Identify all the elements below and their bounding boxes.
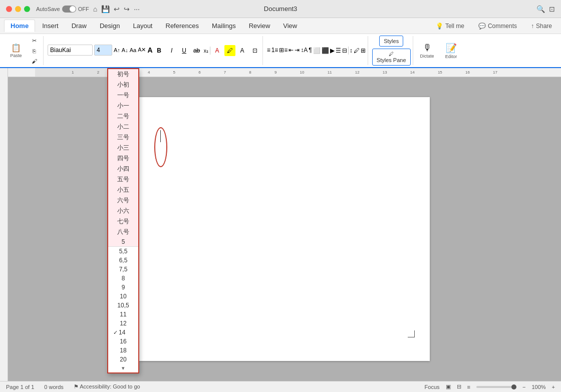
size-20[interactable]: 20 [108, 355, 138, 364]
highlight-button[interactable]: 🖊 [224, 45, 235, 56]
increase-indent-button[interactable]: ⇥ [295, 47, 300, 54]
view-mode-web[interactable]: ⊟ [457, 383, 461, 390]
size-sihao[interactable]: 四号 [108, 153, 138, 164]
font-size-increase-icon[interactable]: A↑ [114, 47, 120, 53]
size-8[interactable]: 8 [108, 274, 138, 283]
undo-icon[interactable]: ↩ [114, 5, 120, 13]
redo-icon[interactable]: ↪ [124, 5, 130, 13]
size-erhao[interactable]: 二号 [108, 111, 138, 122]
view-mode-outline[interactable]: ≡ [467, 384, 470, 390]
tab-review[interactable]: Review [243, 20, 276, 32]
size-6-5[interactable]: 6,5 [108, 256, 138, 265]
size-5-5[interactable]: 5,5 [108, 247, 138, 256]
multilevel-list-button[interactable]: ⊞≡ [279, 47, 288, 54]
save-icon[interactable]: 💾 [101, 5, 110, 13]
styles-pane-button[interactable]: 🖊 Styles Pane [372, 49, 411, 66]
italic-button[interactable]: I [166, 45, 177, 56]
size-liuhao[interactable]: 六号 [108, 195, 138, 206]
size-more[interactable]: ▾ [108, 364, 138, 372]
window-icon[interactable]: ⊡ [549, 5, 555, 13]
tab-draw[interactable]: Draw [66, 20, 93, 32]
editor-button[interactable]: 📝 Editor [441, 41, 461, 61]
tab-references[interactable]: References [160, 20, 205, 32]
zoom-in-button[interactable]: + [552, 384, 555, 390]
size-xiao-liu[interactable]: 小六 [108, 206, 138, 216]
size-xiao-chu[interactable]: 小初 [108, 80, 138, 90]
size-16[interactable]: 16 [108, 337, 138, 346]
bold-button[interactable]: B [154, 45, 165, 56]
numbering-button[interactable]: 1≡ [271, 47, 278, 54]
tab-home[interactable]: Home [4, 20, 35, 32]
clear-format-icon[interactable]: A✕ [138, 47, 146, 53]
zoom-slider[interactable] [476, 386, 516, 388]
document-page[interactable] [139, 97, 430, 361]
text-case-icon[interactable]: Aa [130, 47, 136, 53]
size-12[interactable]: 12 [108, 319, 138, 328]
font-size-input[interactable] [94, 45, 112, 56]
tab-insert[interactable]: Insert [36, 20, 65, 32]
align-left-button[interactable]: ⬜ [313, 47, 321, 54]
paste-button[interactable]: 📋 Paste [6, 42, 26, 60]
tell-me-button[interactable]: 💡 Tell me [431, 21, 469, 32]
maximize-button[interactable] [24, 6, 30, 12]
text-effects-icon[interactable]: A [148, 46, 153, 54]
columns-button[interactable]: ⊟ [342, 47, 347, 54]
underline-button[interactable]: U [179, 45, 190, 56]
size-7-5[interactable]: 7,5 [108, 265, 138, 274]
dictate-button[interactable]: 🎙 Dictate [417, 41, 437, 60]
size-11[interactable]: 11 [108, 310, 138, 319]
text-color-button[interactable]: A [237, 45, 248, 56]
size-xiao-san[interactable]: 小三 [108, 143, 138, 153]
minimize-button[interactable] [15, 6, 21, 12]
focus-button[interactable]: Focus [425, 384, 440, 390]
align-right-button[interactable]: ▶ [330, 47, 335, 54]
view-mode-print[interactable]: ▣ [446, 383, 451, 390]
shading-button[interactable]: 🖊 [354, 47, 360, 54]
comments-button[interactable]: 💬 Comments [473, 21, 522, 32]
size-18[interactable]: 18 [108, 346, 138, 355]
size-14[interactable]: 14 [108, 328, 138, 337]
font-color-button[interactable]: A [212, 45, 223, 56]
line-spacing-button[interactable]: ↕ [350, 47, 353, 54]
sort-button[interactable]: ↕A [301, 47, 308, 54]
subscript-icon[interactable]: x₂ [204, 48, 208, 54]
font-name-input[interactable] [48, 45, 93, 56]
styles-button[interactable]: Styles [379, 36, 403, 47]
size-qihao[interactable]: 七号 [108, 216, 138, 227]
page-content[interactable] [139, 97, 430, 347]
format-painter-button[interactable]: 🖌 [27, 57, 41, 66]
font-size-decrease-icon[interactable]: A↓ [122, 47, 128, 53]
size-9[interactable]: 9 [108, 283, 138, 292]
tab-view[interactable]: View [277, 20, 303, 32]
decrease-indent-button[interactable]: ⇤ [289, 47, 294, 54]
size-bahao[interactable]: 八号 [108, 227, 138, 237]
cut-button[interactable]: ✂ [27, 36, 41, 46]
copy-button[interactable]: ⎘ [27, 47, 41, 56]
size-yihao[interactable]: 一号 [108, 90, 138, 101]
size-5[interactable]: 5 [108, 237, 138, 246]
document-area[interactable]: 1234567891011121314151617 [8, 68, 561, 381]
show-formatting-button[interactable]: ¶ [309, 47, 312, 54]
tab-design[interactable]: Design [94, 20, 126, 32]
text-border-button[interactable]: ⊡ [249, 45, 260, 56]
strikethrough-button[interactable]: ab [191, 45, 202, 56]
size-sanhao[interactable]: 三号 [108, 132, 138, 143]
close-button[interactable] [6, 6, 12, 12]
size-xiao-si[interactable]: 小四 [108, 164, 138, 174]
zoom-out-button[interactable]: − [522, 384, 525, 390]
border-button[interactable]: ⊞ [361, 47, 366, 54]
tab-layout[interactable]: Layout [127, 20, 158, 32]
size-10-5[interactable]: 10,5 [108, 301, 138, 310]
bullets-button[interactable]: ≡ [267, 47, 270, 54]
size-xiao-yi[interactable]: 小一 [108, 101, 138, 111]
justify-button[interactable]: ☰ [336, 47, 341, 54]
size-wuhao[interactable]: 五号 [108, 174, 138, 185]
autosave-toggle[interactable] [62, 6, 76, 13]
size-10[interactable]: 10 [108, 292, 138, 301]
size-xiao-er[interactable]: 小二 [108, 122, 138, 132]
zoom-level[interactable]: 100% [531, 384, 545, 390]
more-icon[interactable]: ··· [134, 5, 140, 13]
size-xiao-wu[interactable]: 小五 [108, 185, 138, 195]
align-center-button[interactable]: ⬛ [322, 47, 329, 54]
share-button[interactable]: ↑ Share [526, 21, 557, 32]
